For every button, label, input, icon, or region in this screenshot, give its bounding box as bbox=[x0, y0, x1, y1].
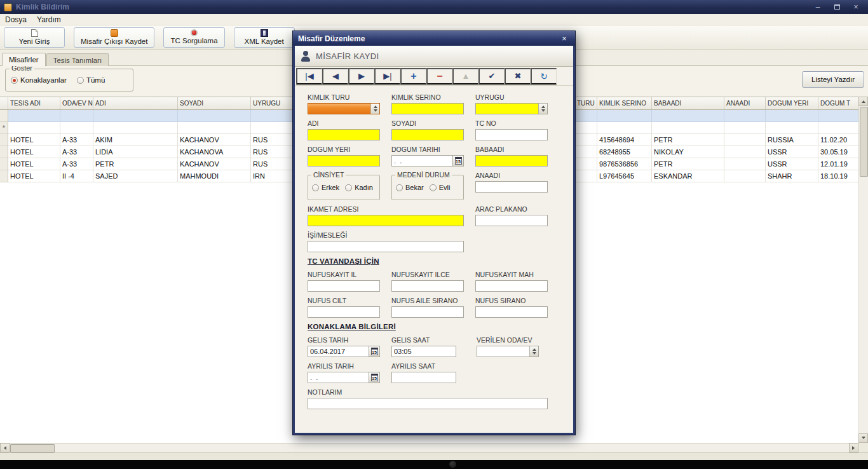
babaadi-input[interactable] bbox=[475, 155, 548, 167]
radio-konaklayanlar[interactable]: Konaklayanlar bbox=[11, 76, 67, 84]
calendar-button[interactable]: 15 bbox=[369, 372, 380, 383]
grid-cell[interactable]: A-33 bbox=[60, 146, 93, 158]
grid-cell[interactable] bbox=[724, 134, 766, 146]
grid-cell[interactable]: HOTEL bbox=[8, 134, 60, 146]
nav-ok-button[interactable]: ✔ bbox=[478, 68, 505, 85]
nufus-cilt-input[interactable] bbox=[308, 306, 380, 318]
ayrilis-tarih-input[interactable] bbox=[308, 372, 369, 383]
spinner-buttons[interactable] bbox=[538, 104, 547, 114]
grid-cell[interactable]: 11.02.20 bbox=[818, 134, 858, 146]
grid-cell[interactable]: RUSSIA bbox=[766, 134, 818, 146]
grid-cell[interactable] bbox=[724, 110, 766, 122]
nav-edit-button[interactable]: ▲ bbox=[452, 68, 478, 85]
grid-cell[interactable]: L97645645 bbox=[597, 170, 652, 182]
grid-cell[interactable]: USSR bbox=[766, 158, 818, 170]
grid-cell[interactable] bbox=[178, 122, 251, 134]
grid-cell[interactable]: HOTEL bbox=[8, 146, 60, 158]
grid-cell[interactable]: KACHANOVA bbox=[178, 146, 251, 158]
grid-cell[interactable] bbox=[575, 170, 597, 182]
menu-yardim[interactable]: Yardım bbox=[32, 14, 66, 25]
col-soyadi[interactable]: SOYADI bbox=[178, 97, 251, 109]
grid-cell[interactable] bbox=[575, 158, 597, 170]
vertical-scrollbar[interactable] bbox=[858, 97, 868, 443]
maximize-button[interactable] bbox=[829, 2, 845, 12]
scroll-left-button[interactable] bbox=[0, 443, 10, 452]
grid-cell[interactable] bbox=[724, 158, 766, 170]
nav-delete-button[interactable]: − bbox=[426, 68, 452, 85]
grid-cell[interactable] bbox=[818, 122, 858, 134]
grid-cell[interactable]: PETR bbox=[652, 158, 724, 170]
col-anaadi[interactable]: ANAADI bbox=[724, 97, 766, 109]
grid-cell[interactable] bbox=[251, 110, 295, 122]
nav-last-button[interactable]: ▶| bbox=[374, 68, 400, 85]
grid-cell[interactable]: 30.05.19 bbox=[818, 146, 858, 158]
grid-cell[interactable]: AKIM bbox=[93, 134, 178, 146]
row-selector[interactable] bbox=[0, 146, 8, 158]
tab-misafirler[interactable]: Misafirler bbox=[2, 53, 46, 66]
nav-first-button[interactable]: |◀ bbox=[296, 68, 322, 85]
grid-cell[interactable]: HOTEL bbox=[8, 158, 60, 170]
grid-cell[interactable]: USSR bbox=[766, 146, 818, 158]
grid-cell[interactable]: KACHANOV bbox=[178, 134, 251, 146]
grid-cell[interactable]: 68248955 bbox=[597, 146, 652, 158]
radio-kadin[interactable]: Kadın bbox=[345, 184, 373, 191]
horizontal-scrollbar[interactable] bbox=[0, 443, 858, 452]
ayrilis-saat-input[interactable] bbox=[391, 372, 456, 383]
grid-cell[interactable] bbox=[766, 122, 818, 134]
grid-cell[interactable] bbox=[60, 110, 93, 122]
grid-cell[interactable]: A-33 bbox=[60, 134, 93, 146]
arac-plakano-input[interactable] bbox=[475, 215, 548, 226]
menu-dosya[interactable]: Dosya bbox=[0, 14, 32, 25]
grid-cell[interactable] bbox=[575, 110, 597, 122]
col-tesis-adi[interactable]: TESIS ADI bbox=[8, 97, 60, 109]
nav-refresh-button[interactable]: ↻ bbox=[531, 68, 557, 85]
new-entry-button[interactable]: Yeni Giriş bbox=[4, 27, 65, 48]
grid-cell[interactable]: 12.01.19 bbox=[818, 158, 858, 170]
grid-cell[interactable] bbox=[575, 122, 597, 134]
grid-cell[interactable] bbox=[8, 110, 60, 122]
dialog-close-button[interactable]: × bbox=[559, 34, 570, 44]
gelis-tarih-input[interactable] bbox=[308, 346, 369, 357]
kimlik-serino-input[interactable] bbox=[391, 103, 464, 114]
grid-cell[interactable] bbox=[766, 110, 818, 122]
col-kimlik-serino[interactable]: KIMLIK SERINO bbox=[597, 97, 652, 109]
grid-cell[interactable]: PETR bbox=[652, 134, 724, 146]
radio-evli[interactable]: Evli bbox=[430, 184, 451, 191]
tc-query-button[interactable]: TC Sorgulama bbox=[163, 27, 224, 48]
grid-cell[interactable] bbox=[8, 122, 60, 134]
guest-exit-save-button[interactable]: Misafir Çıkışı Kaydet bbox=[74, 27, 154, 48]
grid-cell[interactable]: RUS bbox=[251, 134, 295, 146]
grid-cell[interactable]: 18.10.19 bbox=[818, 170, 858, 182]
grid-cell[interactable] bbox=[652, 110, 724, 122]
grid-cell[interactable] bbox=[575, 146, 597, 158]
horizontal-scroll-thumb[interactable] bbox=[10, 444, 55, 452]
grid-cell[interactable] bbox=[597, 122, 652, 134]
grid-cell[interactable]: LIDIA bbox=[93, 146, 178, 158]
col-dogum-tarihi[interactable]: DOGUM T bbox=[818, 97, 858, 109]
start-button[interactable] bbox=[449, 461, 456, 468]
grid-cell[interactable] bbox=[93, 110, 178, 122]
grid-cell[interactable] bbox=[724, 146, 766, 158]
xml-save-button[interactable]: XML Kaydet bbox=[234, 27, 295, 48]
print-list-button[interactable]: Listeyi Yazdır bbox=[802, 71, 864, 88]
col-oda-ev-no[interactable]: ODA/EV NO bbox=[60, 97, 93, 109]
col-dogum-yeri[interactable]: DOGUM YERI bbox=[766, 97, 818, 109]
col-babaadi[interactable]: BABAADI bbox=[652, 97, 724, 109]
radio-bekar[interactable]: Bekar bbox=[396, 184, 424, 191]
col-uyrugu[interactable]: UYRUGU bbox=[251, 97, 295, 109]
grid-cell[interactable]: II -4 bbox=[60, 170, 93, 182]
uyrugu-input[interactable] bbox=[475, 103, 548, 114]
gelis-saat-input[interactable] bbox=[391, 346, 456, 357]
radio-erkek[interactable]: Erkek bbox=[312, 184, 339, 191]
new-row-marker[interactable]: * bbox=[0, 122, 8, 134]
grid-cell[interactable]: MAHMOUDI bbox=[178, 170, 251, 182]
calendar-button[interactable]: 15 bbox=[453, 155, 464, 167]
grid-cell[interactable]: 415648694 bbox=[597, 134, 652, 146]
minimize-button[interactable]: – bbox=[810, 2, 826, 12]
row-selector[interactable] bbox=[0, 134, 8, 146]
grid-cell[interactable]: 9876536856 bbox=[597, 158, 652, 170]
grid-cell[interactable] bbox=[652, 122, 724, 134]
scroll-up-button[interactable] bbox=[858, 97, 868, 106]
adi-input[interactable] bbox=[308, 129, 380, 140]
spinner-buttons[interactable] bbox=[529, 346, 538, 357]
